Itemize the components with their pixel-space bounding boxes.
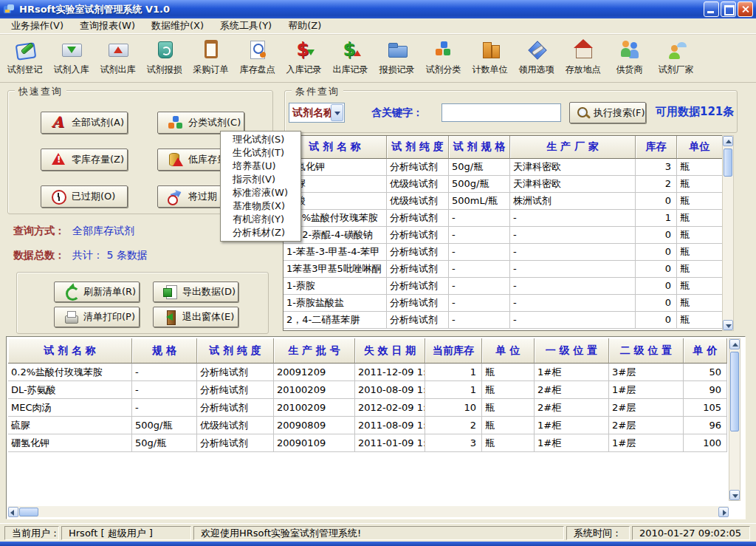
toolbar-button[interactable]: 领用选项 xyxy=(513,38,560,82)
stock-out-icon xyxy=(107,38,129,61)
export-data-button[interactable]: 导出数据(D) xyxy=(153,281,238,302)
chevron-down-icon[interactable] xyxy=(331,104,343,121)
toolbar-button[interactable]: 库存盘点 xyxy=(234,38,281,82)
cell-purity: 分析纯试剂 xyxy=(197,434,274,452)
menu-item[interactable]: 指示剂(V) xyxy=(221,173,300,186)
column-header[interactable]: 库存 xyxy=(636,136,677,159)
menu-item[interactable]: 生化试剂(T) xyxy=(221,146,300,160)
toolbar-button[interactable]: 报损记录 xyxy=(374,38,420,82)
menu-item[interactable]: 分析耗材(Z) xyxy=(221,226,300,239)
search-button[interactable]: 执行搜索(F) xyxy=(569,102,646,123)
column-header[interactable]: 当前库存 xyxy=(425,338,482,364)
cell-reagent-name: MEC肉汤 xyxy=(8,399,132,417)
menu-item[interactable]: 系统工具(Y) xyxy=(212,18,280,34)
detail-panel: 试 剂 名 称规 格试 剂 纯 度生 产 批 号失 效 日 期当前库存单 位一 … xyxy=(6,336,746,519)
scrollbar-thumb[interactable] xyxy=(730,352,739,431)
scroll-up-icon[interactable] xyxy=(723,136,733,146)
scroll-left-icon[interactable] xyxy=(8,507,18,517)
query-mode-label: 查询方式： xyxy=(13,225,65,236)
menu-item[interactable]: 数据维护(X) xyxy=(143,18,212,34)
column-header[interactable]: 规 格 xyxy=(132,338,197,364)
toolbar-button[interactable]: 入库记录 xyxy=(281,38,327,82)
title-bar: HRsoft实验室试剂管理系统 V1.0 xyxy=(0,0,756,18)
table-row[interactable]: 硼氢化钾 50g/瓶 分析纯试剂 20090109 2011-01-09 1: … xyxy=(8,434,727,452)
scroll-up-icon[interactable] xyxy=(729,339,740,349)
toolbar-button[interactable]: 采购订单 xyxy=(188,38,234,82)
scroll-right-icon[interactable] xyxy=(718,507,729,517)
cell-unit: 瓶 xyxy=(482,399,535,417)
expired-button[interactable]: 已过期(O) xyxy=(41,185,128,208)
detail-table-hscrollbar[interactable] xyxy=(8,506,729,517)
menu-item[interactable]: 基准物质(X) xyxy=(221,199,300,213)
menu-item[interactable]: 标准溶液(W) xyxy=(221,186,300,199)
column-header[interactable]: 单 价 xyxy=(684,338,727,364)
table-row[interactable]: 硫脲 500g/瓶 优级纯试剂 20090809 2011-08-09 1: 2… xyxy=(8,417,727,434)
minimize-button[interactable] xyxy=(704,1,719,17)
toolbar-button[interactable]: 出库记录 xyxy=(327,38,374,82)
cell-expiry: 2012-02-09 1: xyxy=(355,399,425,417)
column-header[interactable]: 试 剂 规 格 xyxy=(449,136,510,159)
table-row[interactable]: DL-苏氨酸 - 分析纯试剂 20100209 2010-08-09 1: 1 … xyxy=(8,381,727,399)
column-header[interactable]: 单位 xyxy=(677,136,723,159)
toolbar-button[interactable]: 供货商 xyxy=(606,38,653,82)
table-row[interactable]: 1-苯基-3-甲基-4-苯甲 分析纯试剂 - - 0 瓶 xyxy=(284,244,722,261)
field-selector[interactable]: 试剂名称 xyxy=(289,103,345,123)
table-row[interactable]: 0.2%盐酸付玫瑰苯胺 分析纯试剂 - - 1 瓶 xyxy=(284,210,722,227)
all-reagents-button[interactable]: 全部试剂(A) xyxy=(41,112,128,134)
maximize-button[interactable] xyxy=(721,1,736,17)
table-row[interactable]: 硫脲 优级纯试剂 500g/瓶 天津科密欧 2 瓶 xyxy=(284,176,722,193)
toolbar-button[interactable]: 计数单位 xyxy=(467,38,513,82)
menu-item[interactable]: 帮助(Z) xyxy=(280,18,329,34)
stock-table-scrollbar[interactable] xyxy=(722,135,734,331)
scroll-down-icon[interactable] xyxy=(729,490,740,500)
toolbar-button[interactable]: 试剂分类 xyxy=(420,38,467,82)
table-row[interactable]: 1，2-萘醌-4-磺酸钠 分析纯试剂 - - 0 瓶 xyxy=(284,227,722,244)
toolbar-button[interactable]: 存放地点 xyxy=(560,38,606,82)
table-row[interactable]: MEC肉汤 - 分析纯试剂 20100209 2012-02-09 1: 10 … xyxy=(8,399,727,417)
table-row[interactable]: 0.2%盐酸付玫瑰苯胺 - 分析纯试剂 20091209 2011-12-09 … xyxy=(8,364,727,381)
column-header[interactable]: 失 效 日 期 xyxy=(355,338,425,364)
column-header[interactable]: 生 产 厂 家 xyxy=(510,136,636,159)
toolbar-button[interactable]: 试剂入库 xyxy=(48,38,94,82)
menu-item[interactable]: 查询报表(W) xyxy=(72,18,143,34)
table-row[interactable]: 1-萘胺盐酸盐 分析纯试剂 - - 0 瓶 xyxy=(284,295,722,312)
menu-item[interactable]: 业务操作(V) xyxy=(3,18,72,34)
toolbar-button[interactable]: 试剂登记 xyxy=(1,38,48,82)
table-row[interactable]: 2，4-二硝基苯肼 分析纯试剂 - - 0 瓶 xyxy=(284,312,722,329)
cell-batch: 20090809 xyxy=(274,417,355,434)
toolbar-button[interactable]: 试剂厂家 xyxy=(653,38,699,82)
cell-purity: 分析纯试剂 xyxy=(197,381,274,399)
column-header[interactable]: 试 剂 名 称 xyxy=(8,338,132,364)
close-button[interactable] xyxy=(738,1,753,17)
scrollbar-thumb[interactable] xyxy=(724,149,732,177)
exit-window-button[interactable]: 退出窗体(E) xyxy=(153,307,238,327)
table-row[interactable]: 盐酸 优级纯试剂 500mL/瓶 株洲试剂 0 瓶 xyxy=(284,193,722,210)
menu-item[interactable]: 有机溶剂(Y) xyxy=(221,213,300,226)
cell-manufacturer: - xyxy=(510,210,636,227)
window-bottom-border xyxy=(0,542,756,546)
table-row[interactable]: 硼氢化钾 分析纯试剂 50g/瓶 天津科密欧 3 瓶 xyxy=(284,159,722,176)
toolbar-button[interactable]: 试剂报损 xyxy=(141,38,188,82)
action-panel: 刷新清单(R) 导出数据(D) 清单打印(P) 退出窗体(E) xyxy=(16,272,269,334)
column-header[interactable]: 试 剂 纯 度 xyxy=(197,338,274,364)
column-header[interactable]: 二 级 位 置 xyxy=(609,338,684,364)
toolbar-button-label: 试剂厂家 xyxy=(659,64,694,76)
scrollbar-thumb[interactable] xyxy=(19,508,38,516)
scroll-down-icon[interactable] xyxy=(723,320,733,330)
cell-location-1: 2#柜 xyxy=(535,399,609,417)
column-header[interactable]: 生 产 批 号 xyxy=(274,338,355,364)
menu-item[interactable]: 理化试剂(S) xyxy=(221,133,300,146)
detail-table-vscrollbar[interactable] xyxy=(729,338,740,501)
column-header[interactable]: 单 位 xyxy=(482,338,535,364)
refresh-list-button[interactable]: 刷新清单(R) xyxy=(54,281,140,302)
print-list-button[interactable]: 清单打印(P) xyxy=(54,307,140,327)
location-icon xyxy=(572,38,594,61)
menu-item[interactable]: 培养基(U) xyxy=(221,160,300,173)
column-header[interactable]: 一 级 位 置 xyxy=(535,338,609,364)
table-row[interactable]: 1-萘胺 分析纯试剂 - - 0 瓶 xyxy=(284,278,722,295)
column-header[interactable]: 试 剂 纯 度 xyxy=(387,136,449,159)
table-row[interactable]: 1苯基3甲基5吡唑啉酮 分析纯试剂 - - 0 瓶 xyxy=(284,261,722,278)
keyword-input[interactable] xyxy=(441,103,561,122)
toolbar-button[interactable]: 试剂出库 xyxy=(94,38,141,82)
zero-stock-button[interactable]: 零库存量(Z) xyxy=(41,149,128,171)
